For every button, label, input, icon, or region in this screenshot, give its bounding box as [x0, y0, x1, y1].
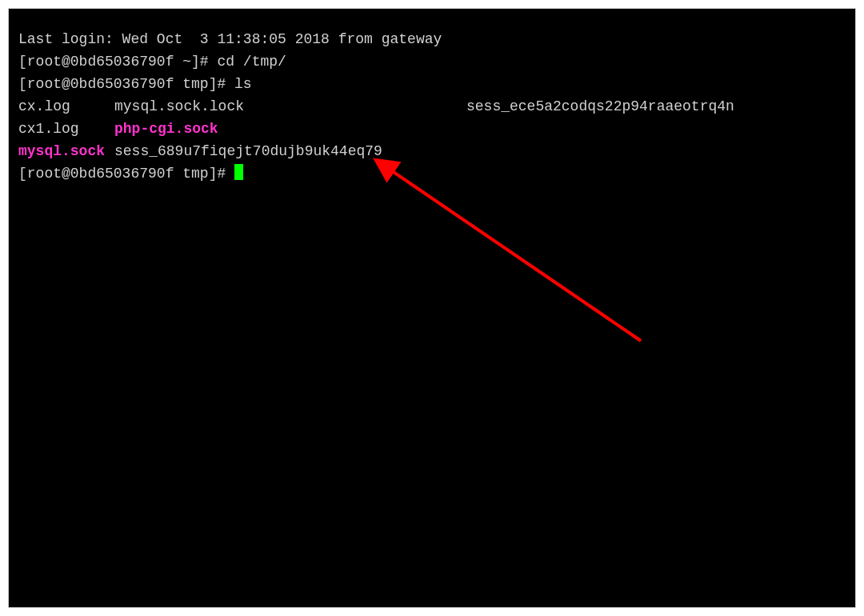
file-socket: php-cgi.sock — [114, 118, 466, 140]
svg-line-1 — [389, 169, 641, 341]
ls-row-2: cx1.logphp-cgi.sock — [18, 118, 846, 140]
file-name: mysql.sock.lock — [114, 95, 466, 118]
terminal-window[interactable]: Last login: Wed Oct 3 11:38:05 2018 from… — [8, 8, 856, 608]
file-name: cx.log — [18, 95, 114, 118]
command-line-1: [root@0bd65036790f ~]# cd /tmp/ — [18, 50, 846, 73]
file-name: sess_689u7fiqejt70dujb9uk44eq79 — [114, 140, 466, 162]
file-name: sess_ece5a2codqs22p94raaeotrq4n — [466, 98, 734, 114]
file-name: cx1.log — [18, 118, 114, 140]
command-text: ls — [234, 76, 252, 92]
login-message: Last login: Wed Oct 3 11:38:05 2018 from… — [18, 28, 846, 50]
prompt: [root@0bd65036790f tmp]# — [18, 76, 234, 92]
prompt: [root@0bd65036790f ~]# — [18, 54, 217, 70]
prompt: [root@0bd65036790f tmp]# — [18, 166, 234, 182]
file-socket: mysql.sock — [18, 140, 114, 162]
command-text: cd /tmp/ — [217, 54, 286, 70]
ls-row-3: mysql.socksess_689u7fiqejt70dujb9uk44eq7… — [18, 140, 846, 162]
ls-row-1: cx.logmysql.sock.locksess_ece5a2codqs22p… — [18, 95, 846, 118]
command-line-3: [root@0bd65036790f tmp]# — [18, 162, 846, 185]
cursor-icon — [234, 164, 243, 180]
command-line-2: [root@0bd65036790f tmp]# ls — [18, 73, 846, 95]
